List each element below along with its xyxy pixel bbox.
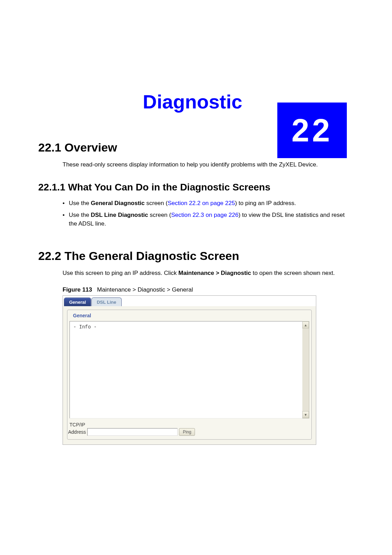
cross-ref-link[interactable]: Section 22.2 on page 225 xyxy=(168,200,235,206)
bullet-text: Use the xyxy=(69,212,91,218)
info-textarea[interactable]: - Info - xyxy=(70,321,302,418)
figure-title: Maintenance > Diagnostic > General xyxy=(97,286,193,293)
tab-general[interactable]: General xyxy=(64,297,91,306)
info-area: - Info - ▲ ▼ xyxy=(70,321,309,418)
chapter-number-box: 22 xyxy=(277,103,347,158)
tab-dsl-line[interactable]: DSL Line xyxy=(91,297,121,306)
bullet-bold: DSL Line Diagnostic xyxy=(91,212,148,218)
cross-ref-link[interactable]: Section 22.3 on page 226 xyxy=(171,212,238,218)
scrollbar[interactable]: ▲ ▼ xyxy=(302,321,309,418)
section-22-2-body: Use this screen to ping an IP address. C… xyxy=(63,269,347,278)
address-input[interactable] xyxy=(87,428,178,436)
bullet-item: Use the DSL Line Diagnostic screen (Sect… xyxy=(63,211,347,228)
bullet-text: ) to ping an IP address. xyxy=(235,200,296,206)
scroll-up-icon[interactable]: ▲ xyxy=(302,321,309,328)
tab-bar: General DSL Line xyxy=(63,296,316,306)
body-bold: Maintenance > Diagnostic xyxy=(178,270,251,276)
bullet-item: Use the General Diagnostic screen (Secti… xyxy=(63,199,347,208)
bullet-list: Use the General Diagnostic screen (Secti… xyxy=(63,199,347,228)
screenshot-panel: General DSL Line General - Info - ▲ ▼ TC… xyxy=(63,295,316,445)
scroll-down-icon[interactable]: ▼ xyxy=(302,411,309,418)
fieldset-legend: General xyxy=(70,311,309,321)
ping-button[interactable]: Ping xyxy=(179,428,195,436)
figure-caption: Figure 113 Maintenance > Diagnostic > Ge… xyxy=(63,286,347,293)
bullet-text: screen ( xyxy=(145,200,168,206)
general-fieldset: General - Info - ▲ ▼ TCP/IP Address xyxy=(67,310,312,440)
section-22-1-1-heading: 22.1.1 What You Can Do in the Diagnostic… xyxy=(38,182,347,193)
body-text-part: Use this screen to ping an IP address. C… xyxy=(63,270,178,276)
content: 22.1 Overview These read-only screens di… xyxy=(38,141,347,445)
address-row: TCP/IP xyxy=(70,422,309,427)
section-22-2-heading: 22.2 The General Diagnostic Screen xyxy=(38,249,347,263)
chapter-number: 22 xyxy=(292,112,333,149)
figure-label: Figure 113 xyxy=(63,286,92,293)
bullet-bold: General Diagnostic xyxy=(91,200,145,206)
section-22-1-body: These read-only screens display informat… xyxy=(63,161,347,169)
bullet-text: Use the xyxy=(69,200,91,206)
bullet-text: screen ( xyxy=(148,212,171,218)
body-text-part: to open the screen shown next. xyxy=(251,270,335,276)
tcpip-label: TCP/IP xyxy=(70,422,85,427)
address-label: Address xyxy=(68,429,86,435)
fieldset-wrap: General - Info - ▲ ▼ TCP/IP Address xyxy=(63,306,316,444)
address-input-row: Address Ping xyxy=(70,428,309,436)
page: 22 Diagnostic 22.1 Overview These read-o… xyxy=(0,90,392,555)
